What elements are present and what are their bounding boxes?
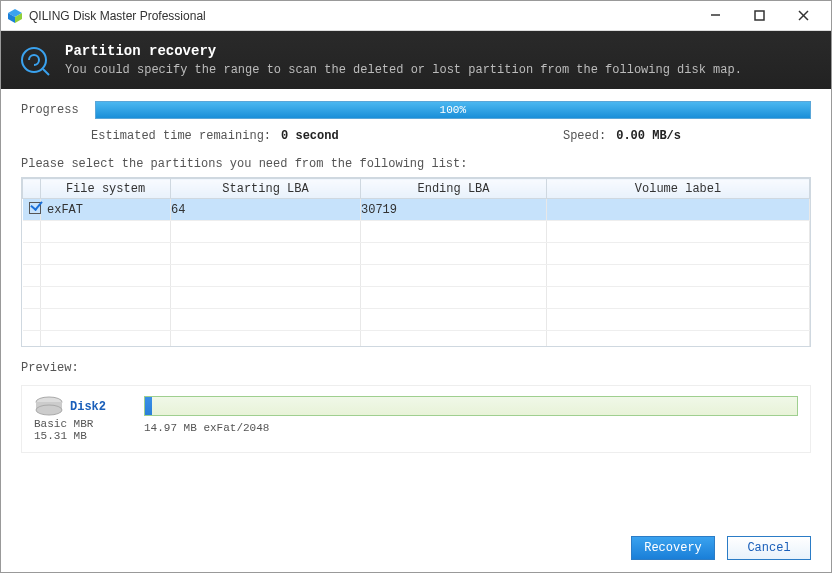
window-title: QILING Disk Master Professional xyxy=(29,9,693,23)
progress-row: Progress 100% xyxy=(21,101,811,119)
col-ending-lba[interactable]: Ending LBA xyxy=(361,179,547,199)
partition-table[interactable]: File system Starting LBA Ending LBA Volu… xyxy=(21,177,811,347)
table-row xyxy=(23,221,810,243)
recovery-icon xyxy=(17,43,51,77)
footer: Recovery Cancel xyxy=(1,524,831,572)
close-button[interactable] xyxy=(781,2,825,30)
progress-info: Estimated time remaining: 0 second Speed… xyxy=(91,129,811,143)
disk-meta: Disk2 Basic MBR 15.31 MB xyxy=(34,396,134,442)
progress-bar: 100% xyxy=(95,101,811,119)
banner-subtitle: You could specify the range to scan the … xyxy=(65,63,742,77)
col-volume-label[interactable]: Volume label xyxy=(547,179,810,199)
preview-label: Preview: xyxy=(21,361,811,375)
speed-label: Speed: xyxy=(563,129,606,143)
cell-filesystem: exFAT xyxy=(41,199,171,221)
cancel-button[interactable]: Cancel xyxy=(727,536,811,560)
app-window: QILING Disk Master Professional Partitio… xyxy=(0,0,832,573)
titlebar: QILING Disk Master Professional xyxy=(1,1,831,31)
table-row[interactable]: exFAT 64 30719 xyxy=(23,199,810,221)
svg-line-8 xyxy=(43,69,49,75)
progress-label: Progress xyxy=(21,103,79,117)
recovery-button[interactable]: Recovery xyxy=(631,536,715,560)
maximize-button[interactable] xyxy=(737,2,781,30)
banner: Partition recovery You could specify the… xyxy=(1,31,831,89)
svg-point-7 xyxy=(22,48,46,72)
table-row xyxy=(23,331,810,348)
col-filesystem[interactable]: File system xyxy=(41,179,171,199)
disk-icon xyxy=(34,396,64,416)
table-row xyxy=(23,265,810,287)
cell-starting-lba: 64 xyxy=(171,199,361,221)
table-row xyxy=(23,309,810,331)
col-checkbox xyxy=(23,179,41,199)
instruction-text: Please select the partitions you need fr… xyxy=(21,157,811,171)
progress-percent: 100% xyxy=(96,102,810,118)
table-row xyxy=(23,243,810,265)
preview-box: Disk2 Basic MBR 15.31 MB 14.97 MB exFat/… xyxy=(21,385,811,453)
svg-rect-4 xyxy=(755,11,764,20)
content: Progress 100% Estimated time remaining: … xyxy=(1,89,831,524)
disk-name: Disk2 xyxy=(70,400,106,414)
cell-volume-label xyxy=(547,199,810,221)
col-starting-lba[interactable]: Starting LBA xyxy=(171,179,361,199)
speed-value: 0.00 MB/s xyxy=(616,129,681,143)
banner-title: Partition recovery xyxy=(65,43,742,59)
disk-type: Basic MBR xyxy=(34,418,134,430)
table-row xyxy=(23,287,810,309)
partition-bar xyxy=(144,396,798,416)
svg-point-11 xyxy=(36,405,62,415)
partition-caption: 14.97 MB exFat/2048 xyxy=(144,422,798,434)
row-checkbox[interactable] xyxy=(29,202,41,214)
window-controls xyxy=(693,2,825,30)
cell-ending-lba: 30719 xyxy=(361,199,547,221)
app-icon xyxy=(7,8,23,24)
partition-map[interactable]: 14.97 MB exFat/2048 xyxy=(144,396,798,434)
eta-value: 0 second xyxy=(281,129,339,143)
partition-segment[interactable] xyxy=(152,397,797,415)
eta-label: Estimated time remaining: xyxy=(91,129,271,143)
minimize-button[interactable] xyxy=(693,2,737,30)
disk-size: 15.31 MB xyxy=(34,430,134,442)
